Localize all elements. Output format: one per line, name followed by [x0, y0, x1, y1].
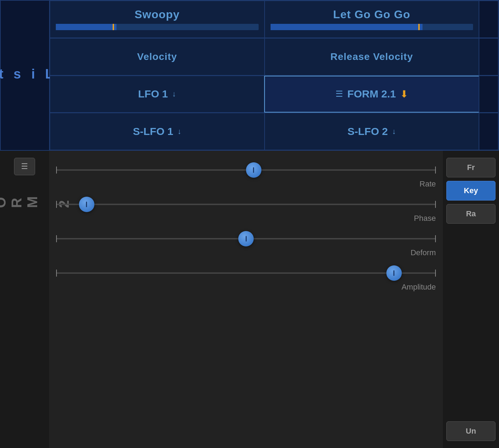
lfo1-arrow: ↓	[172, 89, 176, 99]
rate-slider-thumb[interactable]	[246, 162, 261, 178]
form21-dropdown[interactable]: ☰ FORM 2.1 ⬇	[264, 76, 479, 113]
extra-col-2	[479, 38, 498, 75]
right-panel: Fr Key Ra Un	[443, 151, 499, 448]
phase-tick-right	[435, 201, 436, 208]
extra-col-3	[479, 76, 498, 113]
lfo1-dropdown[interactable]: LFO 1 ↓	[50, 76, 264, 113]
un-button[interactable]: Un	[446, 421, 495, 441]
preset-letgogogo-label: Let Go Go Go	[333, 8, 410, 21]
phase-slider-container	[56, 196, 436, 213]
deform-tick-left	[56, 235, 57, 242]
slfo2-arrow: ↓	[392, 127, 396, 136]
slfo2-dropdown[interactable]: S-LFO 2 ↓	[265, 113, 479, 150]
sidebar: List	[1, 1, 50, 150]
slfo1-dropdown[interactable]: S-LFO 1 ↓	[50, 113, 265, 150]
release-velocity-label: Release Velocity	[331, 51, 413, 62]
top-section: List Swoopy Let Go Go Go	[0, 0, 499, 151]
amplitude-label: Amplitude	[56, 283, 436, 292]
lfo-row: LFO 1 ↓ ☰ FORM 2.1 ⬇	[50, 76, 498, 113]
sidebar-label: List	[0, 67, 57, 84]
key-button[interactable]: Key	[446, 181, 495, 201]
phase-tick-left	[56, 201, 57, 208]
velocity-button[interactable]: Velocity	[50, 38, 265, 75]
preset-letgogogo[interactable]: Let Go Go Go	[265, 1, 479, 38]
extra-col-1	[479, 1, 498, 38]
top-grid: Swoopy Let Go Go Go Velocity Re	[50, 1, 498, 150]
preset-swoopy-bar	[56, 24, 259, 30]
bar-marker-letgo	[418, 24, 420, 30]
deform-slider-row: Deform	[56, 230, 436, 257]
preset-swoopy[interactable]: Swoopy	[50, 1, 265, 38]
slfo1-arrow: ↓	[178, 127, 181, 136]
rate-slider-row: Rate	[56, 161, 436, 189]
amplitude-slider-track	[56, 272, 436, 274]
velocity-label: Velocity	[137, 51, 177, 62]
slfo1-label: S-LFO 1	[133, 125, 173, 137]
deform-tick-right	[435, 235, 436, 242]
hamburger-icon: ☰	[21, 162, 28, 171]
bar-fill-swoopy	[56, 24, 117, 30]
slfo2-label: S-LFO 2	[347, 125, 388, 137]
rate-label: Rate	[56, 179, 436, 189]
extra-col-4	[479, 113, 498, 150]
sliders-area: Rate Phase Deform	[49, 151, 443, 448]
bottom-section: ☰ FORM2 Rate Pha	[0, 151, 499, 448]
menu-button[interactable]: ☰	[14, 158, 35, 175]
preset-swoopy-label: Swoopy	[134, 8, 180, 21]
slfo-row: S-LFO 1 ↓ S-LFO 2 ↓	[50, 113, 498, 150]
modulation-row: Velocity Release Velocity	[50, 38, 498, 76]
lfo1-label: LFO 1	[138, 88, 168, 100]
ra-button[interactable]: Ra	[446, 204, 495, 224]
preset-letgogogo-bar	[271, 24, 473, 30]
release-velocity-button[interactable]: Release Velocity	[265, 38, 479, 75]
deform-label: Deform	[56, 248, 436, 257]
bar-marker-swoopy	[113, 24, 114, 30]
amplitude-slider-thumb[interactable]	[386, 265, 402, 281]
amplitude-tick-left	[56, 270, 57, 277]
phase-slider-thumb[interactable]	[79, 197, 94, 212]
bar-fill-letgo	[271, 24, 423, 30]
amplitude-tick-right	[435, 270, 436, 277]
rate-tick-left	[56, 167, 57, 174]
rate-tick-right	[435, 167, 436, 174]
fr-button[interactable]: Fr	[446, 158, 495, 177]
phase-slider-row: Phase	[56, 196, 436, 223]
amplitude-slider-container	[56, 264, 436, 282]
rate-slider-container	[56, 161, 436, 179]
phase-slider-track	[56, 204, 436, 205]
right-panel-spacer	[446, 227, 495, 418]
phase-label: Phase	[56, 214, 436, 223]
deform-slider-thumb[interactable]	[238, 231, 254, 246]
form21-label: FORM 2.1	[347, 88, 396, 100]
left-panel: ☰ FORM2	[0, 151, 49, 448]
form21-arrow: ⬇	[400, 88, 408, 100]
deform-slider-container	[56, 230, 436, 247]
preset-row: Swoopy Let Go Go Go	[50, 1, 498, 38]
amplitude-slider-row: Amplitude	[56, 264, 436, 292]
menu-lines-icon: ☰	[335, 89, 343, 99]
